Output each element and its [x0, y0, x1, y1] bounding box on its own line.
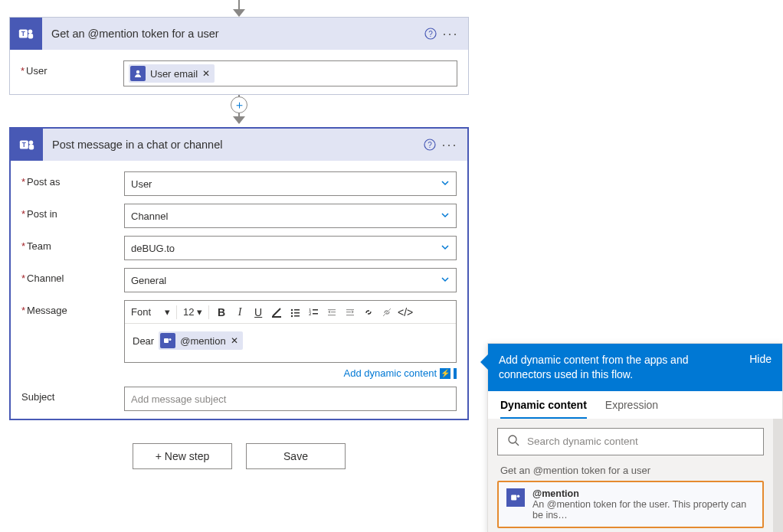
person-icon	[130, 66, 146, 81]
svg-rect-26	[328, 309, 336, 310]
svg-rect-21	[294, 315, 300, 317]
chevron-down-icon	[441, 243, 450, 254]
remove-icon[interactable]: ✕	[231, 335, 238, 346]
team-select[interactable]: deBUG.to	[124, 236, 457, 260]
svg-rect-39	[511, 494, 516, 500]
underline-button[interactable]: U	[249, 303, 267, 321]
svg-marker-32	[352, 310, 354, 313]
new-step-button[interactable]: + New step	[133, 443, 232, 469]
user-label: User	[21, 60, 123, 77]
save-button[interactable]: Save	[246, 443, 346, 469]
dynamic-content-icon: ⚡	[440, 368, 450, 379]
code-button[interactable]: </>	[396, 303, 414, 321]
chevron-down-icon	[441, 275, 450, 286]
post-in-label: Post in	[21, 204, 124, 220]
numbered-button[interactable]: 12	[304, 303, 323, 321]
help-icon[interactable]: ?	[421, 28, 441, 40]
svg-point-16	[291, 308, 293, 310]
tab-dynamic-content[interactable]: Dynamic content	[500, 399, 587, 419]
font-select[interactable]: Font ▾	[128, 306, 173, 318]
svg-rect-31	[346, 312, 351, 312]
dc-item-description: An @mention token for the user. This pro…	[532, 499, 755, 521]
message-text: Dear	[133, 335, 154, 347]
teams-icon	[160, 333, 175, 348]
svg-text:?: ?	[428, 30, 433, 38]
dc-search-input[interactable]: Search dynamic content	[497, 428, 764, 455]
link-button[interactable]	[359, 303, 378, 321]
svg-point-36	[169, 338, 172, 341]
color-button[interactable]	[267, 303, 286, 321]
more-icon[interactable]: ···	[440, 137, 460, 153]
message-editor[interactable]: Font ▾ 12 ▾ B I U 12	[124, 300, 457, 363]
token-label: User email	[150, 68, 198, 80]
search-icon	[507, 434, 519, 449]
svg-rect-3	[28, 34, 33, 38]
svg-marker-0	[233, 9, 245, 17]
chevron-down-icon	[441, 178, 450, 190]
token-user-email[interactable]: User email ✕	[129, 64, 215, 83]
post-as-select[interactable]: User	[124, 171, 457, 196]
svg-rect-25	[313, 313, 318, 315]
svg-point-20	[291, 315, 293, 316]
post-in-select[interactable]: Channel	[124, 204, 457, 228]
message-body[interactable]: Dear @mention ✕	[125, 324, 456, 362]
svg-line-38	[516, 442, 519, 446]
help-icon[interactable]: ?	[420, 139, 440, 151]
svg-rect-27	[331, 312, 336, 312]
teams-icon	[506, 488, 525, 507]
dynamic-content-panel: Add dynamic content from the apps and co…	[487, 343, 783, 532]
dc-item-mention[interactable]: @mention An @mention token for the user.…	[497, 481, 764, 528]
svg-point-18	[291, 312, 293, 313]
svg-point-10	[29, 141, 34, 145]
channel-select[interactable]: General	[124, 268, 457, 292]
action-card-post-message[interactable]: T Post message in a chat or channel ? ··…	[9, 127, 469, 420]
svg-rect-11	[29, 145, 34, 149]
subject-input[interactable]: Add message subject	[124, 387, 457, 411]
team-label: Team	[21, 236, 124, 252]
card-title: Get an @mention token for a user	[51, 28, 421, 40]
teams-icon: T	[10, 18, 42, 50]
token-mention[interactable]: @mention ✕	[159, 331, 242, 350]
dc-item-title: @mention	[532, 488, 755, 499]
unlink-button[interactable]	[378, 303, 396, 321]
svg-marker-28	[328, 310, 330, 313]
more-icon[interactable]: ···	[441, 26, 460, 42]
bold-button[interactable]: B	[212, 303, 231, 321]
svg-text:T: T	[22, 142, 26, 149]
card-header[interactable]: T Post message in a chat or channel ? ··…	[11, 129, 467, 161]
svg-rect-29	[328, 315, 336, 315]
svg-rect-23	[313, 309, 318, 311]
svg-rect-30	[346, 309, 354, 310]
post-as-label: Post as	[21, 171, 124, 188]
size-select[interactable]: 12 ▾	[180, 306, 205, 318]
tab-expression[interactable]: Expression	[605, 399, 658, 419]
subject-label: Subject	[21, 387, 124, 403]
svg-point-2	[28, 30, 33, 34]
card-title: Post message in a chat or channel	[52, 139, 420, 151]
dc-header-text: Add dynamic content from the apps and co…	[499, 353, 740, 382]
indent-button[interactable]	[341, 303, 359, 321]
italic-button[interactable]: I	[231, 303, 249, 321]
teams-icon: T	[11, 129, 43, 161]
add-dynamic-content-link[interactable]: Add dynamic content ⚡	[124, 363, 457, 379]
hide-link[interactable]: Hide	[749, 353, 772, 382]
insert-step-button[interactable]: ＋	[231, 96, 247, 113]
dc-group-title: Get an @mention token for a user	[497, 455, 764, 481]
action-card-mention-token[interactable]: T Get an @mention token for a user ? ···…	[9, 17, 469, 95]
chevron-down-icon	[441, 211, 450, 222]
svg-marker-8	[233, 116, 245, 124]
svg-text:?: ?	[428, 141, 432, 149]
svg-text:2: 2	[309, 312, 312, 316]
svg-rect-17	[294, 309, 300, 311]
svg-text:T: T	[21, 31, 25, 38]
bullets-button[interactable]	[286, 303, 304, 321]
svg-rect-19	[294, 312, 300, 314]
channel-label: Channel	[21, 268, 124, 284]
message-label: Message	[21, 300, 124, 316]
remove-icon[interactable]: ✕	[202, 68, 210, 79]
outdent-button[interactable]	[323, 303, 341, 321]
card-header[interactable]: T Get an @mention token for a user ? ···	[10, 18, 468, 50]
svg-point-37	[509, 436, 516, 443]
svg-rect-33	[346, 315, 354, 315]
user-field[interactable]: User email ✕	[123, 60, 457, 86]
